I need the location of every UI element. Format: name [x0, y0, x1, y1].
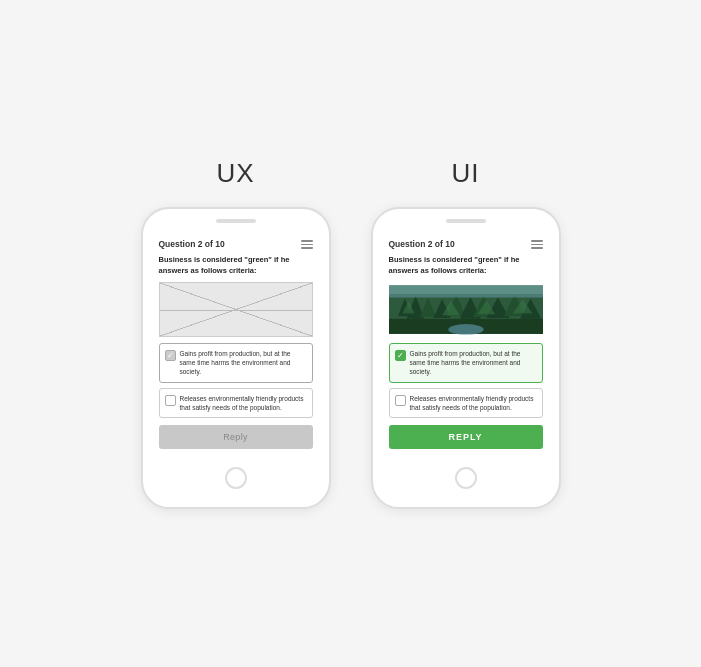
ui-checkbox-1[interactable]: ✓ — [395, 350, 406, 361]
ux-option-1[interactable]: ✓ Gains profit from production, but at t… — [159, 343, 313, 382]
ui-phone: Question 2 of 10 Business is considered … — [371, 207, 561, 508]
ux-hamburger-icon[interactable] — [301, 240, 313, 249]
ui-label: UI — [452, 158, 480, 189]
ux-phone-screen: Question 2 of 10 Business is considered … — [151, 231, 321, 456]
ui-phone-speaker — [446, 219, 486, 223]
svg-point-13 — [448, 324, 483, 335]
ui-option-1-text: Gains profit from production, but at the… — [410, 349, 537, 376]
ux-option-2-text: Releases environmentally friendly produc… — [180, 394, 307, 412]
ux-check-mark-1: ✓ — [167, 352, 174, 360]
ux-column: UX Question 2 of 10 Business is consider… — [141, 158, 331, 508]
ui-phone-screen: Question 2 of 10 Business is considered … — [381, 231, 551, 456]
ui-hamburger-line-2 — [531, 244, 543, 246]
ux-checkbox-1[interactable]: ✓ — [165, 350, 176, 361]
ux-question-text: Business is considered "green" if he ans… — [159, 255, 313, 276]
ux-option-1-text: Gains profit from production, but at the… — [180, 349, 307, 376]
ux-checkbox-2[interactable] — [165, 395, 176, 406]
ux-screen-header: Question 2 of 10 — [159, 239, 313, 249]
hamburger-line-3 — [301, 247, 313, 249]
ui-option-1[interactable]: ✓ Gains profit from production, but at t… — [389, 343, 543, 382]
ui-phone-home-button[interactable] — [455, 467, 477, 489]
main-container: UX Question 2 of 10 Business is consider… — [111, 128, 591, 538]
ux-option-2[interactable]: Releases environmentally friendly produc… — [159, 388, 313, 418]
ui-option-2-text: Releases environmentally friendly produc… — [410, 394, 537, 412]
ui-hamburger-line-1 — [531, 240, 543, 242]
ui-forest-image — [389, 282, 543, 337]
svg-rect-18 — [389, 285, 543, 297]
ux-label: UX — [216, 158, 254, 189]
ui-hamburger-icon[interactable] — [531, 240, 543, 249]
ui-option-2[interactable]: Releases environmentally friendly produc… — [389, 388, 543, 418]
ui-screen-header: Question 2 of 10 — [389, 239, 543, 249]
ux-reply-button[interactable]: Reply — [159, 425, 313, 449]
ux-phone-home-button[interactable] — [225, 467, 247, 489]
hamburger-line-1 — [301, 240, 313, 242]
hamburger-line-2 — [301, 244, 313, 246]
ui-column: UI Question 2 of 10 Business is consider… — [371, 158, 561, 508]
ux-image-placeholder — [159, 282, 313, 337]
ui-hamburger-line-3 — [531, 247, 543, 249]
ui-checkbox-2[interactable] — [395, 395, 406, 406]
ui-question-text: Business is considered "green" if he ans… — [389, 255, 543, 276]
ui-question-label: Question 2 of 10 — [389, 239, 455, 249]
ux-phone: Question 2 of 10 Business is considered … — [141, 207, 331, 508]
ui-reply-button[interactable]: REPLY — [389, 425, 543, 449]
ui-check-mark-1: ✓ — [397, 352, 404, 360]
ui-forest-svg — [389, 282, 543, 337]
ux-wireframe-x — [160, 283, 312, 336]
ux-phone-speaker — [216, 219, 256, 223]
ux-question-label: Question 2 of 10 — [159, 239, 225, 249]
